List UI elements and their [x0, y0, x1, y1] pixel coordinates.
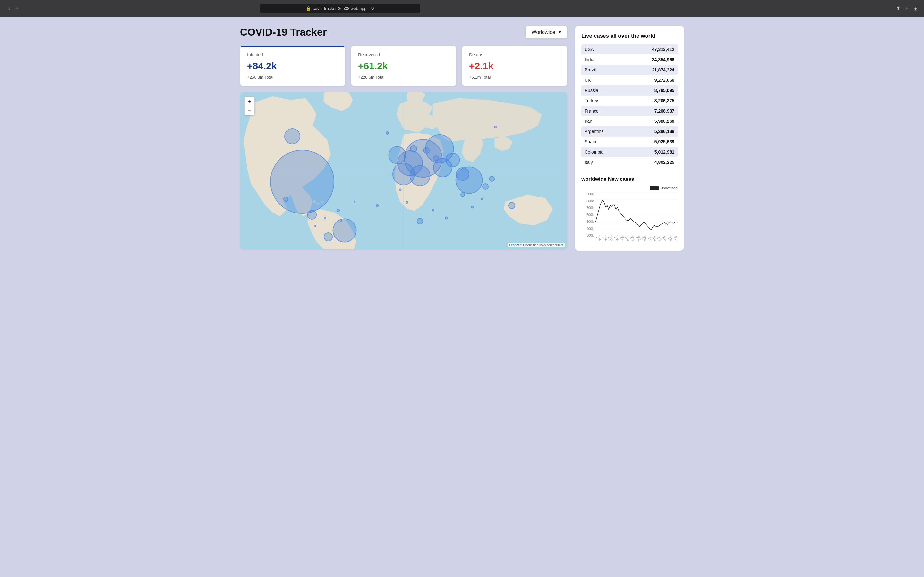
country-row: USA47,313,412 — [582, 44, 678, 55]
share-icon[interactable]: ⬆ — [896, 5, 900, 11]
country-name: Russia — [585, 88, 598, 93]
bubble-small-14 — [314, 225, 317, 227]
bubble-brazil[interactable] — [333, 219, 357, 243]
chart-legend: undefined — [582, 186, 678, 190]
zoom-out-button[interactable]: − — [245, 106, 254, 115]
bubble-small-15 — [341, 220, 342, 222]
country-count: 5,025,639 — [654, 139, 674, 144]
chart-area: 900k800k700k600k500k400k300k — [582, 192, 678, 243]
bubble-small-6 — [471, 206, 473, 208]
forward-button[interactable]: › — [15, 4, 20, 13]
bubble-australia[interactable] — [508, 202, 515, 209]
bubble-mexico — [283, 197, 288, 201]
bubble-usa[interactable] — [270, 150, 334, 214]
chart-title: worldwide New cases — [582, 176, 678, 182]
country-row: Russia8,795,095 — [582, 85, 678, 95]
recovered-card: Recovered +61.2k +226.6m Total — [351, 46, 456, 86]
app-container: COVID-19 Tracker Worldwide ▾ Infected +8… — [231, 17, 693, 259]
bubble-small-4 — [432, 209, 434, 211]
recovered-value: +61.2k — [358, 61, 449, 71]
lock-icon: 🔒 — [306, 6, 311, 11]
country-count: 7,208,937 — [654, 108, 674, 113]
back-button[interactable]: ‹ — [6, 4, 12, 13]
chart-canvas — [596, 192, 678, 237]
chevron-down-icon: ▾ — [559, 29, 561, 35]
bubble-small-11 — [460, 192, 465, 197]
y-label: 800k — [582, 199, 594, 203]
bubble-argentina[interactable] — [324, 232, 333, 242]
bubble-ukraine[interactable] — [446, 153, 460, 167]
country-name: India — [585, 57, 594, 62]
country-list: USA47,313,412India34,354,966Brazil21,874… — [582, 44, 678, 167]
dropdown-label: Worldwide — [531, 29, 556, 35]
country-name: Argentina — [585, 129, 604, 134]
bubble-small-10 — [399, 189, 401, 191]
recovered-label: Recovered — [358, 52, 449, 57]
recovered-total: +226.6m Total — [358, 75, 449, 79]
y-label: 700k — [582, 206, 594, 210]
bubble-small-3 — [405, 201, 408, 203]
bubble-small-9 — [376, 204, 379, 207]
worldwide-dropdown[interactable]: Worldwide ▾ — [525, 26, 567, 39]
country-name: Turkey — [585, 98, 598, 103]
bubble-canada[interactable] — [284, 128, 300, 144]
country-name: Iran — [585, 119, 592, 124]
tabs-icon[interactable]: ⊞ — [913, 5, 918, 11]
deaths-label: Deaths — [469, 52, 560, 57]
bubble-small-13 — [324, 217, 326, 219]
infected-label: Infected — [247, 52, 338, 57]
country-count: 34,354,966 — [652, 57, 674, 62]
country-name: UK — [585, 77, 591, 83]
country-row: Iran5,980,260 — [582, 116, 678, 126]
legend-color-box — [650, 186, 659, 190]
map-zoom-controls: + − — [244, 97, 255, 115]
y-label: 300k — [582, 234, 594, 237]
add-tab-icon[interactable]: + — [905, 5, 908, 11]
bubble-small-17 — [489, 176, 495, 182]
infected-value: +84.2k — [247, 61, 338, 71]
info-card: Live cases all over the world USA47,313,… — [575, 26, 684, 251]
country-row: India34,354,966 — [582, 55, 678, 65]
url-text: covid-tracker-3ce38.web.app — [313, 6, 367, 11]
country-row: Spain5,025,639 — [582, 137, 678, 147]
bubble-colombia[interactable] — [307, 210, 317, 219]
country-name: Brazil — [585, 67, 596, 73]
country-row: UK9,272,066 — [582, 75, 678, 85]
bubble-romania — [433, 155, 439, 161]
infected-total: +250.3m Total — [247, 75, 338, 79]
osm-attribution: © OpenStreetMap contributors — [520, 243, 564, 247]
country-count: 21,874,324 — [652, 67, 674, 73]
right-panel: Live cases all over the world USA47,313,… — [575, 26, 684, 251]
leaflet-link[interactable]: Leaflet — [509, 243, 519, 247]
bubble-netherlands — [410, 145, 417, 152]
y-label: 400k — [582, 227, 594, 230]
country-row: Argentina5,296,188 — [582, 126, 678, 137]
bubble-poland — [423, 147, 430, 153]
deaths-total: +5.1m Total — [469, 75, 560, 79]
main-panel: COVID-19 Tracker Worldwide ▾ Infected +8… — [240, 26, 567, 251]
bubble-small-8 — [354, 201, 355, 203]
zoom-in-button[interactable]: + — [245, 97, 254, 106]
country-row: Colombia5,012,981 — [582, 147, 678, 157]
address-bar[interactable]: 🔒 covid-tracker-3ce38.web.app ↻ — [260, 3, 420, 13]
live-cases-title: Live cases all over the world — [582, 33, 678, 39]
country-row: France7,208,937 — [582, 106, 678, 116]
country-row: Brazil21,874,324 — [582, 65, 678, 75]
bubble-south-africa[interactable] — [417, 218, 423, 224]
bubble-uk[interactable] — [388, 147, 406, 164]
country-count: 5,980,260 — [654, 119, 674, 124]
bubble-iran[interactable] — [456, 167, 469, 181]
country-name: France — [585, 108, 599, 113]
map-inner[interactable]: + − Leaflet © OpenStreetMap contributors — [240, 92, 567, 250]
country-count: 8,795,095 — [654, 88, 674, 93]
refresh-icon: ↻ — [371, 6, 375, 11]
country-count: 47,313,412 — [652, 47, 674, 52]
country-count: 4,802,225 — [654, 160, 674, 165]
line-chart-svg — [596, 192, 678, 237]
country-count: 5,296,188 — [654, 129, 674, 134]
country-count: 8,206,375 — [654, 98, 674, 103]
y-label: 900k — [582, 192, 594, 196]
deaths-card: Deaths +2.1k +5.1m Total — [462, 46, 567, 86]
bubble-italy[interactable] — [410, 165, 431, 186]
country-row: Turkey8,206,375 — [582, 95, 678, 106]
